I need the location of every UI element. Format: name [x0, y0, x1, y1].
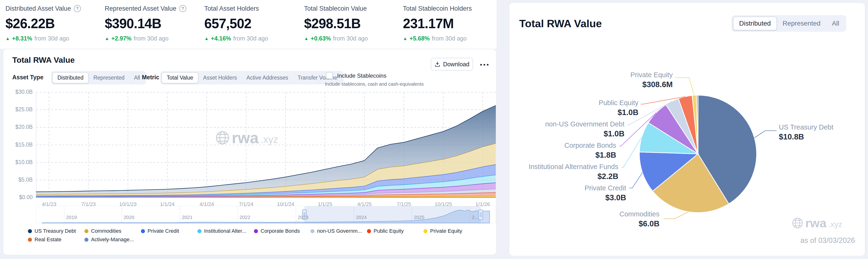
metric-option-asset-holders[interactable]: Asset Holders — [198, 73, 242, 83]
metric-segmented-control: Total ValueAsset HoldersActive Addresses… — [160, 71, 343, 85]
stat-label: Total Stablecoin Holders — [403, 5, 472, 12]
pie-leader-line — [754, 131, 776, 138]
pie-label-name: non-US Government Debt — [545, 119, 624, 129]
more-options-button[interactable] — [477, 62, 491, 68]
pie-label-name: Corporate Bonds — [564, 141, 616, 150]
metric-option-active-addresses[interactable]: Active Addresses — [242, 73, 293, 83]
legend-item-private-equity[interactable]: Private Equity — [424, 227, 480, 235]
download-button[interactable]: Download — [431, 58, 473, 70]
stats-row: Distributed Asset Value?$26.22B▲+8.31%fr… — [5, 4, 504, 47]
stat-delta-period: from 30d ago — [233, 35, 268, 42]
legend-item-corporate-bonds[interactable]: Corporate Bonds — [254, 227, 310, 235]
pie-label-name: Institutional Alternative Funds — [529, 162, 618, 171]
stat-5: Total Stablecoin Holders231.17M▲+5.68%fr… — [403, 4, 497, 42]
stat-label-row: Total Stablecoin Value — [304, 4, 399, 13]
legend-label: Private Equity — [430, 228, 462, 234]
pie-label-value: $2.2B — [529, 171, 618, 181]
pie-label-non-us-government-debt: non-US Government Debt$1.0B — [545, 119, 624, 139]
legend-dot — [310, 229, 314, 233]
legend-dot — [424, 229, 428, 233]
stat-value: $390.14B — [105, 16, 199, 31]
stacked-area-chart[interactable] — [36, 92, 496, 198]
metric-label: Metric — [142, 74, 159, 81]
stat-delta: ▲+8.31%from 30d ago — [5, 35, 100, 42]
pie-label-commodities: Commodities$6.0B — [619, 209, 659, 229]
card-gap — [497, 0, 509, 259]
legend-item-actively-manage-[interactable]: Actively-Manage... — [85, 235, 141, 244]
dot-icon — [484, 64, 485, 65]
legend-item-commodities[interactable]: Commodities — [85, 227, 141, 235]
divider — [133, 71, 133, 84]
pie-label-value: $6.0B — [619, 219, 659, 229]
stat-delta-pct: +4.16% — [211, 35, 231, 42]
asset-type-segmented-control: DistributedRepresentedAll — [51, 71, 146, 85]
timeline-brush[interactable]: 20192020202120222023202420252... — [36, 206, 496, 224]
stat-label: Represented Asset Value — [105, 5, 176, 12]
include-stablecoins-caption: Include stablecoins, cash and cash-equiv… — [325, 81, 424, 87]
brush-selection[interactable] — [304, 206, 480, 223]
stat-label-row: Distributed Asset Value? — [5, 4, 100, 13]
y-tick-label: $30.0B — [7, 89, 33, 95]
legend-dot — [141, 229, 145, 233]
brush-year-label: 2020 — [124, 215, 134, 220]
pie-leader-line — [629, 173, 643, 188]
y-tick-label: $5.0B — [7, 177, 33, 183]
legend-dot — [28, 229, 32, 233]
info-icon[interactable]: ? — [179, 5, 186, 12]
legend-label: Institutional Alter... — [204, 228, 246, 234]
legend-item-non-us-governm-[interactable]: non-US Governm... — [310, 227, 367, 235]
stat-label: Distributed Asset Value — [5, 5, 71, 12]
stat-1: Distributed Asset Value?$26.22B▲+8.31%fr… — [5, 4, 100, 42]
stat-label: Total Stablecoin Value — [304, 5, 367, 12]
pie-label-name: Private Credit — [585, 183, 626, 193]
bottom-gap — [0, 256, 868, 259]
pie-label-value: $1.0B — [599, 108, 639, 117]
stat-delta-period: from 30d ago — [34, 35, 69, 42]
y-tick-label: $20.0B — [7, 124, 33, 130]
legend-item-real-estate[interactable]: Real Estate — [28, 235, 85, 244]
pie-label-value: $10.8B — [779, 132, 833, 142]
chart-title: Total RWA Value — [12, 55, 75, 65]
y-tick-label: $0.00 — [7, 194, 33, 201]
legend-item-private-credit[interactable]: Private Credit — [141, 227, 197, 235]
stat-delta: ▲+4.16%from 30d ago — [204, 35, 299, 42]
legend-label: Public Equity — [374, 228, 404, 234]
brush-handle-right[interactable] — [478, 210, 483, 220]
metric-option-total-value[interactable]: Total Value — [161, 72, 198, 83]
asset-type-option-distributed[interactable]: Distributed — [52, 72, 89, 83]
dot-icon — [480, 64, 482, 65]
divider — [318, 71, 318, 84]
total-rwa-value-chart-card: Total RWA Value Download Asset Type Dist… — [3, 49, 497, 255]
y-tick-label: $15.0B — [7, 142, 33, 148]
legend-dot — [85, 238, 88, 242]
stat-value: 231.17M — [403, 16, 497, 31]
include-stablecoins-checkbox[interactable] — [326, 72, 333, 79]
legend-item-public-equity[interactable]: Public Equity — [367, 227, 424, 235]
stat-delta-period: from 30d ago — [133, 35, 168, 42]
brush-year-label: 2024 — [356, 215, 367, 220]
pie-label-value: $1.8B — [564, 150, 616, 160]
brush-year-label: 2022 — [240, 215, 250, 220]
legend-item-institutional-alter-[interactable]: Institutional Alter... — [197, 227, 254, 235]
legend-dot — [28, 238, 32, 242]
legend-label: Actively-Manage... — [91, 236, 134, 243]
asset-type-option-represented[interactable]: Represented — [89, 73, 129, 83]
pie-leader-line — [663, 212, 688, 219]
info-icon[interactable]: ? — [74, 5, 81, 12]
brush-year-label: 2019 — [66, 215, 76, 220]
legend-dot — [254, 229, 258, 233]
stat-delta-pct: +2.97% — [112, 35, 132, 42]
download-label: Download — [443, 61, 469, 68]
legend-dot — [197, 229, 202, 233]
dashboard-screen: Distributed Asset Value?$26.22B▲+8.31%fr… — [0, 0, 868, 259]
legend-label: Corporate Bonds — [260, 228, 300, 234]
pie-label-us-treasury-debt: US Treasury Debt$10.8B — [779, 122, 833, 142]
pie-leader-line — [675, 78, 694, 95]
pie-label-public-equity: Public Equity$1.0B — [599, 98, 639, 117]
legend-dot — [367, 229, 371, 233]
pie-label-private-equity: Private Equity$308.6M — [630, 70, 673, 89]
legend-item-us-treasury-debt[interactable]: US Treasury Debt — [28, 227, 85, 235]
include-stablecoins-label: Include Stablecoins — [337, 73, 386, 79]
stat-label-row: Total Stablecoin Holders — [403, 4, 497, 13]
stat-label-row: Represented Asset Value? — [105, 4, 199, 13]
